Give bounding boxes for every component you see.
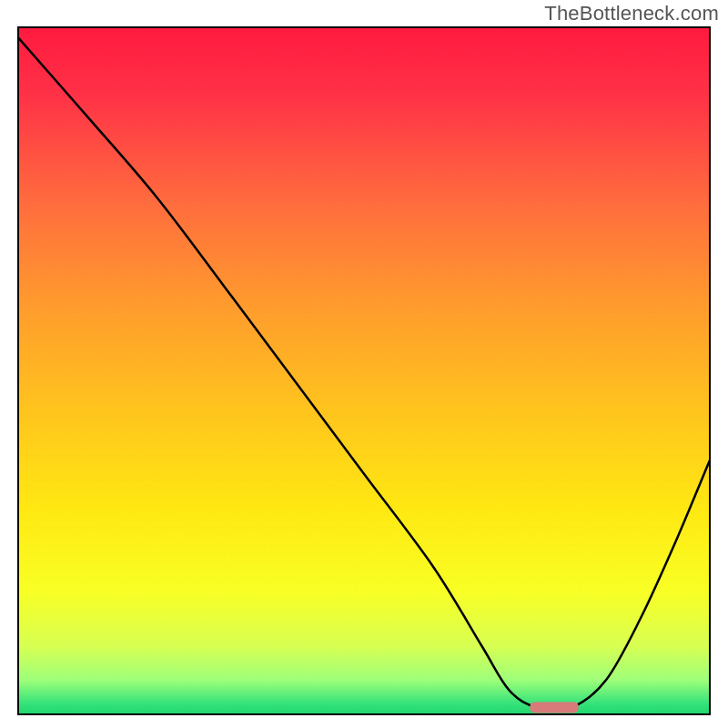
plot-background (18, 27, 710, 714)
chart-container: TheBottleneck.com (0, 0, 728, 728)
optimum-marker (530, 702, 578, 713)
watermark-text: TheBottleneck.com (544, 2, 719, 25)
chart-svg (0, 0, 728, 728)
